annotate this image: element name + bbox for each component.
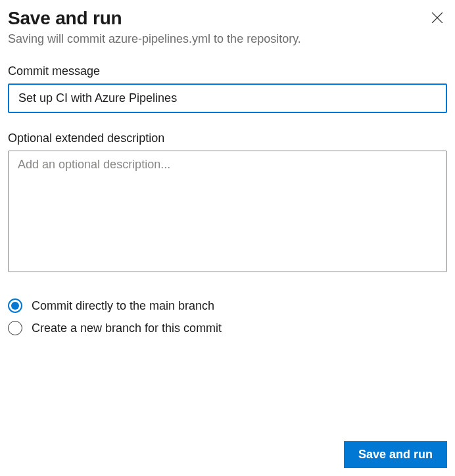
branch-radio-group: Commit directly to the main branch Creat… — [8, 298, 447, 335]
commit-message-input[interactable] — [8, 83, 447, 113]
radio-label-new-branch: Create a new branch for this commit — [32, 321, 222, 335]
commit-message-label: Commit message — [8, 64, 447, 78]
radio-create-branch[interactable]: Create a new branch for this commit — [8, 321, 447, 335]
extended-description-input[interactable] — [8, 151, 447, 272]
extended-description-label: Optional extended description — [8, 131, 447, 145]
save-and-run-button[interactable]: Save and run — [344, 441, 447, 468]
radio-icon — [8, 298, 22, 313]
close-button[interactable] — [427, 8, 447, 30]
close-icon — [431, 12, 443, 24]
dialog-title: Save and run — [8, 8, 122, 29]
radio-commit-direct[interactable]: Commit directly to the main branch — [8, 298, 447, 313]
radio-label-direct: Commit directly to the main branch — [32, 299, 214, 313]
radio-icon — [8, 321, 22, 335]
dialog-subtitle: Saving will commit azure-pipelines.yml t… — [8, 32, 447, 46]
